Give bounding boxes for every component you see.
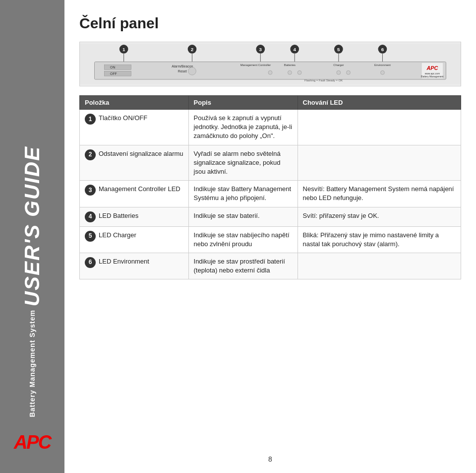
sidebar-battery-label: Battery Management System [28,310,36,417]
item-number-6: 6 [85,257,96,268]
svg-point-33 [298,70,301,74]
svg-text:Reset: Reset [178,69,187,73]
svg-point-36 [381,70,385,74]
svg-text:2: 2 [191,47,194,52]
item-label-1: Tlačítko ON/OFF [99,114,147,123]
chovani-cell-1 [298,110,461,145]
header-popis: Popis [188,96,298,110]
item-label-5: LED Charger [99,231,136,240]
popis-cell-4: Indikuje se stav baterií. [188,207,298,226]
svg-text:www.apc.com: www.apc.com [425,72,440,75]
item-number-1: 1 [85,114,96,125]
popis-cell-1: Používá se k zapnutí a vypnutí jednotky.… [188,110,298,145]
table-row: 4 LED Batteries Indikuje se stav baterií… [80,207,461,226]
svg-text:1: 1 [122,47,125,52]
item-label-4: LED Batteries [99,211,138,220]
item-number-5: 5 [85,231,96,242]
popis-cell-3: Indikuje stav Battery Management Systému… [188,181,298,207]
svg-rect-22 [104,71,131,76]
info-table: Položka Popis Chování LED 1 Tlačítko ON/… [79,95,461,279]
svg-text:OFF: OFF [110,72,117,75]
svg-text:Charger: Charger [333,64,344,67]
chovani-cell-4: Svítí: přiřazený stav je OK. [298,207,461,226]
svg-text:6: 6 [381,47,384,52]
item-cell-1: 1 Tlačítko ON/OFF [80,110,189,145]
svg-rect-20 [104,65,131,69]
svg-text:3: 3 [259,47,262,52]
item-cell-6: 6 LED Environment [80,253,189,279]
item-label-3: Management Controller LED [99,185,180,194]
item-cell-4: 4 LED Batteries [80,207,189,226]
popis-cell-5: Indikuje se stav nabíjecího napětí nebo … [188,226,298,253]
table-row: 6 LED Environment Indikuje se stav prost… [80,253,461,279]
table-row: 3 Management Controller LED Indikuje sta… [80,181,461,207]
item-cell-2: 2 Odstavení signalizace alarmu [80,145,189,181]
svg-text:Battery Management: Battery Management [421,75,444,78]
svg-point-35 [347,70,351,74]
item-cell-5: 5 LED Charger [80,226,189,253]
page-title: Čelní panel [79,15,461,32]
svg-text:Alarm/Beacon: Alarm/Beacon [172,65,193,68]
svg-text:Flashing = Fault  Steady = OK: Flashing = Fault Steady = OK [304,79,343,82]
page-number: 8 [79,450,461,463]
table-row: 1 Tlačítko ON/OFF Používá se k zapnutí a… [80,110,461,145]
header-polozka: Položka [80,96,189,110]
svg-text:APC: APC [426,65,438,71]
sidebar-users-guide-label: USER'S GUIDE [22,146,43,306]
main-content: Čelní panel 1 2 3 4 5 6 [64,0,476,473]
svg-text:ON: ON [110,66,115,69]
chovani-cell-3: Nesvítí: Battery Management System nemá … [298,181,461,207]
apc-logo: APC [14,432,51,453]
svg-text:Management Controller: Management Controller [240,64,271,67]
item-label-2: Odstavení signalizace alarmu [99,149,183,158]
popis-cell-2: Vyřadí se alarm nebo světelná signalizac… [188,145,298,181]
chovani-cell-5: Bliká: Přiřazený stav je mimo nastavené … [298,226,461,253]
item-number-2: 2 [85,149,96,160]
svg-text:Environment: Environment [374,64,391,67]
svg-point-32 [288,70,292,74]
table-row: 2 Odstavení signalizace alarmu Vyřadí se… [80,145,461,181]
header-chovani: Chování LED [298,96,461,110]
chovani-cell-2 [298,145,461,181]
svg-point-26 [188,67,196,75]
svg-text:Batteries: Batteries [284,64,296,67]
svg-text:4: 4 [293,47,296,52]
svg-point-31 [268,70,272,74]
svg-point-34 [337,70,341,74]
item-cell-3: 3 Management Controller LED [80,181,189,207]
sidebar: USER'S GUIDE Battery Management System A… [0,0,64,473]
item-number-4: 4 [85,211,96,222]
item-number-3: 3 [85,185,96,196]
table-row: 5 LED Charger Indikuje se stav nabíjecíh… [80,226,461,253]
popis-cell-6: Indikuje se stav prostředí baterií (tepl… [188,253,298,279]
diagram-area: 1 2 3 4 5 6 ON OFF [79,42,461,86]
svg-text:5: 5 [337,47,340,52]
item-label-6: LED Environment [99,257,149,266]
apc-logo-text: APC [14,432,51,453]
sidebar-text: USER'S GUIDE Battery Management System [22,146,43,417]
chovani-cell-6 [298,253,461,279]
